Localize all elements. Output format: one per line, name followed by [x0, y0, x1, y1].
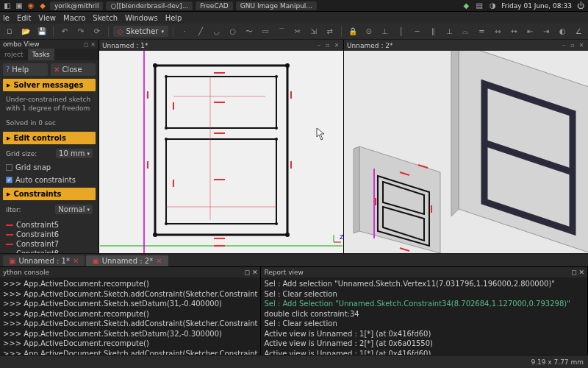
svg-point-15 — [165, 222, 168, 225]
constraint-par-icon[interactable]: ∥ — [427, 25, 440, 38]
menu-help[interactable]: Help — [165, 14, 182, 22]
sketch-circle-icon[interactable]: ○ — [226, 25, 240, 38]
constraint-point-icon[interactable]: ⊥ — [379, 25, 392, 38]
constraint-distx-icon[interactable]: ⇤ — [523, 25, 537, 38]
task-browser[interactable]: ○[[blenderbrasil-dev]... — [106, 1, 193, 10]
menu-file[interactable]: le — [3, 14, 10, 22]
constraint-item[interactable]: Constraint8 — [6, 249, 93, 253]
section-constraints[interactable]: Constraints — [3, 188, 96, 200]
menu-sketch[interactable]: Sketch — [93, 14, 118, 22]
tab-tasks[interactable]: Tasks — [28, 49, 54, 60]
viewport-2d[interactable]: Unnamed : 1* –▫✕ — [99, 40, 343, 253]
sketch-rect-icon[interactable]: ▭ — [259, 25, 272, 38]
net-icon[interactable]: ▤ — [475, 1, 484, 10]
constraint-sym-icon[interactable]: ⇔ — [491, 25, 504, 38]
grid-size-label: Grid size: — [6, 150, 53, 158]
undo-icon[interactable]: ↶ — [58, 25, 71, 38]
apps-icon[interactable]: ◧ — [3, 1, 12, 10]
constraint-tan-icon[interactable]: ⌓ — [459, 25, 472, 38]
constraint-perp-icon[interactable]: ⊥ — [443, 25, 456, 38]
sketch-canvas[interactable]: z — [99, 51, 343, 253]
constraint-item[interactable]: Constraint7 — [6, 239, 93, 249]
constraint-vert-icon[interactable]: │ — [395, 25, 408, 38]
grid-size-select[interactable]: 10 mm▾ — [56, 149, 93, 158]
combo-title: ombo View — [3, 40, 40, 48]
constraint-dist-icon[interactable]: ↔ — [507, 25, 520, 38]
svg-point-12 — [275, 127, 278, 130]
constraint-coinc-icon[interactable]: ⊙ — [362, 25, 376, 38]
min-icon[interactable]: – — [315, 42, 323, 49]
python-console[interactable]: ython console◻ ✕ >>> App.ActiveDocument.… — [0, 267, 261, 355]
close-icon[interactable]: ✕ — [333, 42, 340, 49]
sketch-ext-icon[interactable]: ⇲ — [307, 25, 320, 38]
constraint-horiz-icon[interactable]: ─ — [411, 25, 424, 38]
filter-select[interactable]: Normal▾ — [55, 205, 93, 214]
tab-project[interactable]: roject — [0, 49, 28, 60]
constraint-item[interactable]: Constraint6 — [6, 230, 93, 239]
new-icon[interactable]: 🗋 — [3, 25, 16, 38]
svg-point-10 — [275, 75, 278, 78]
constraints-list: Constraint5 Constraint6 Constraint7 Cons… — [3, 219, 96, 253]
power-icon[interactable]: ⏻ — [576, 1, 585, 10]
constraint-item[interactable]: Constraint5 — [6, 220, 93, 230]
terminal-icon[interactable]: ▣ — [15, 1, 24, 10]
sketch-line-icon[interactable]: ╱ — [194, 25, 207, 38]
solver-message-1: Under-constrained sketch with 1 degree o… — [3, 94, 96, 114]
constraint-rad-icon[interactable]: ◐ — [556, 25, 569, 38]
sketch-polyline-icon[interactable]: 〜 — [243, 25, 256, 38]
chevron-down-icon: ▾ — [161, 29, 164, 35]
task-terminal[interactable]: yorik@mithril — [50, 1, 103, 10]
grid-snap-check[interactable]: Grid snap — [3, 163, 96, 172]
redo-icon[interactable]: ↷ — [74, 25, 87, 38]
workbench-icon: ◇ — [118, 27, 123, 35]
sketch-arc-icon[interactable]: ◡ — [210, 25, 223, 38]
panel-controls[interactable]: ◻ ✕ — [84, 41, 96, 48]
tray-icon[interactable]: ◆ — [462, 1, 470, 10]
constraint-ang-icon[interactable]: ∠ — [572, 25, 585, 38]
doc-tab-1[interactable]: ▣ Unnamed : 1* ✕ — [3, 255, 85, 266]
vol-icon[interactable]: ◑ — [488, 1, 497, 10]
open-icon[interactable]: 📂 — [19, 25, 32, 38]
constraint-eq-icon[interactable]: = — [475, 25, 488, 38]
workbench-select[interactable]: ◇ Sketcher ▾ — [113, 26, 168, 37]
svg-point-16 — [275, 222, 278, 225]
report-view[interactable]: Report view◻ ✕ Sel : Add selection "Unna… — [261, 267, 588, 355]
viewport-3d[interactable]: Unnamed : 2* –▫✕ — [344, 40, 588, 253]
max-icon[interactable]: ▫ — [569, 42, 576, 49]
close-icon[interactable]: ✕ — [73, 257, 79, 265]
doc-icon: ▣ — [9, 257, 15, 265]
blender-icon[interactable]: ◆ — [38, 1, 47, 10]
menu-view[interactable]: View — [38, 14, 56, 22]
help-button[interactable]: ?Help — [3, 63, 48, 76]
sketch-point-icon[interactable]: · — [178, 25, 191, 38]
solver-message-2: Solved in 0 sec — [3, 118, 96, 130]
task-freecad[interactable]: FreeCAD — [196, 1, 232, 10]
constraint-lock-icon[interactable]: 🔒 — [346, 25, 359, 38]
svg-point-11 — [165, 127, 168, 130]
constraint-disty-icon[interactable]: ⇥ — [539, 25, 553, 38]
menu-edit[interactable]: Edit — [17, 14, 31, 22]
menu-windows[interactable]: Windows — [125, 14, 158, 22]
sketch-fillet-icon[interactable]: ⌒ — [275, 25, 288, 38]
sketch-toggle-icon[interactable]: ⇄ — [323, 25, 337, 38]
close-icon[interactable]: ✕ — [578, 42, 585, 49]
section-solver[interactable]: Solver messages — [3, 79, 96, 91]
doc-tab-2[interactable]: ▣ Unnamed : 2* ✕ — [86, 255, 168, 266]
task-gimp[interactable]: GNU Image Manipul... — [236, 1, 317, 10]
close-icon[interactable]: ✕ — [156, 257, 162, 265]
firefox-icon[interactable]: ◉ — [26, 1, 35, 10]
document-tabs: ▣ Unnamed : 1* ✕ ▣ Unnamed : 2* ✕ — [0, 253, 588, 266]
auto-constraints-check[interactable]: ✓Auto constraints — [3, 175, 96, 185]
refresh-icon[interactable]: ⟳ — [90, 25, 104, 38]
section-edit[interactable]: Edit controls — [3, 132, 96, 144]
save-icon[interactable]: 💾 — [35, 25, 49, 38]
panel-controls[interactable]: ◻ ✕ — [245, 269, 258, 276]
sketch-trim-icon[interactable]: ✂ — [291, 25, 304, 38]
menu-macro[interactable]: Macro — [63, 14, 85, 22]
min-icon[interactable]: – — [560, 42, 567, 49]
max-icon[interactable]: ▫ — [324, 42, 331, 49]
status-bar: 9.19 x 7.77 mm — [0, 355, 588, 368]
close-button[interactable]: ✕Close — [51, 63, 96, 76]
panel-controls[interactable]: ◻ ✕ — [571, 269, 584, 276]
status-dimensions: 9.19 x 7.77 mm — [531, 358, 584, 366]
